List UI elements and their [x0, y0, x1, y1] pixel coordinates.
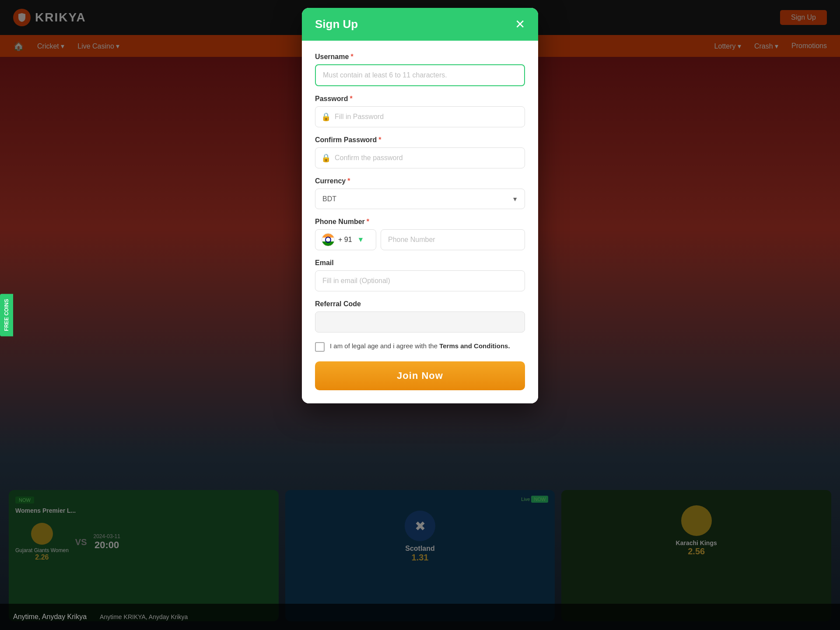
password-input[interactable] [315, 106, 525, 127]
email-input[interactable] [315, 270, 525, 291]
free-coins-tab[interactable]: FREE COINS [0, 294, 13, 336]
confirm-lock-icon: 🔒 [321, 153, 331, 163]
confirm-password-label: Confirm Password* [315, 136, 525, 144]
anytime-text: Anytime, Anyday Krikya [13, 613, 87, 621]
modal-header: Sign Up ✕ [302, 8, 538, 41]
currency-select[interactable]: BDT USD EUR INR [315, 189, 525, 209]
anytime-text2: Anytime KRIKYA, Anyday Krikya [100, 613, 188, 620]
email-label: Email [315, 259, 525, 267]
currency-select-wrapper: BDT USD EUR INR ▼ [315, 189, 525, 209]
phone-chevron-icon: ▼ [357, 236, 364, 244]
phone-country-selector[interactable]: + 91 ▼ [315, 229, 376, 250]
bottom-bar: Anytime, Anyday Krikya Anytime KRIKYA, A… [0, 604, 840, 630]
currency-label: Currency* [315, 177, 525, 185]
referral-label: Referral Code [315, 300, 525, 308]
signup-modal: Sign Up ✕ Username* Password* 🔒 Confirm … [302, 8, 538, 403]
password-lock-icon: 🔒 [321, 112, 331, 122]
currency-field-group: Currency* BDT USD EUR INR ▼ [315, 177, 525, 209]
username-field-group: Username* [315, 53, 525, 86]
confirm-password-input-wrapper: 🔒 [315, 147, 525, 168]
phone-number-input[interactable] [381, 229, 525, 250]
modal-title: Sign Up [315, 18, 358, 31]
terms-text: I am of legal age and i agree with the T… [330, 341, 510, 351]
phone-row: + 91 ▼ [315, 229, 525, 250]
referral-input[interactable] [315, 312, 525, 332]
modal-body: Username* Password* 🔒 Confirm Password* … [302, 41, 538, 403]
phone-label: Phone Number* [315, 218, 525, 226]
referral-field-group: Referral Code [315, 300, 525, 332]
terms-checkbox[interactable] [315, 342, 325, 352]
username-input[interactable] [315, 64, 525, 86]
password-label: Password* [315, 95, 525, 103]
india-flag-icon [322, 233, 335, 246]
confirm-password-input[interactable] [315, 147, 525, 168]
username-label: Username* [315, 53, 525, 61]
confirm-password-field-group: Confirm Password* 🔒 [315, 136, 525, 168]
password-input-wrapper: 🔒 [315, 106, 525, 127]
terms-row: I am of legal age and i agree with the T… [315, 341, 525, 352]
join-now-button[interactable]: Join Now [315, 361, 525, 390]
email-field-group: Email [315, 259, 525, 291]
modal-close-button[interactable]: ✕ [515, 18, 525, 31]
phone-code-text: + 91 [338, 236, 352, 244]
phone-field-group: Phone Number* + 91 ▼ [315, 218, 525, 250]
terms-link[interactable]: Terms and Conditions. [439, 342, 510, 350]
password-field-group: Password* 🔒 [315, 95, 525, 127]
